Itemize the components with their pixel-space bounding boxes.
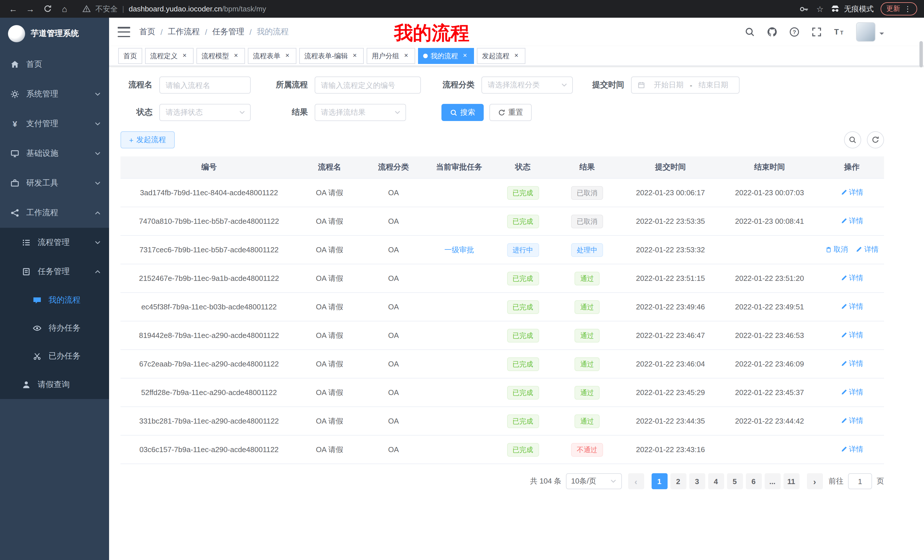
forward-icon[interactable]: → <box>23 1 38 16</box>
home-icon[interactable]: ⌂ <box>57 1 72 16</box>
page-button[interactable]: 1 <box>651 473 667 489</box>
update-button[interactable]: 更新 ⋮ <box>880 2 917 15</box>
breadcrumb-item[interactable]: 我的流程 <box>257 27 289 37</box>
close-icon[interactable]: × <box>351 52 358 60</box>
result-select[interactable]: 请选择流结果 <box>315 104 406 121</box>
page-size-select[interactable]: 10条/页 <box>566 473 622 489</box>
app-logo[interactable]: 芋道管理系统 <box>0 18 109 49</box>
view-tab[interactable]: 用户分组 × <box>367 48 415 64</box>
cancel-link[interactable]: 取消 <box>825 245 848 255</box>
cell-task <box>426 207 493 235</box>
close-icon[interactable]: × <box>512 52 520 60</box>
detail-link[interactable]: 详情 <box>840 416 863 426</box>
search-toggle-button[interactable] <box>844 131 861 148</box>
table-row: 67c2eaab-7b9a-11ec-a290-acde48001122 OA … <box>120 350 884 378</box>
close-icon[interactable]: × <box>180 52 189 60</box>
status-select[interactable]: 请选择状态 <box>159 104 251 121</box>
github-icon[interactable] <box>767 27 777 37</box>
cell-name: OA 请假 <box>297 293 362 321</box>
detail-link[interactable]: 详情 <box>840 273 863 283</box>
page-button[interactable]: 2 <box>670 473 686 489</box>
chevron-down-icon <box>239 109 246 116</box>
close-icon[interactable]: × <box>402 52 410 60</box>
svg-text:T: T <box>834 28 839 36</box>
avatar[interactable] <box>856 22 876 42</box>
sidebar-item-done-tasks[interactable]: 已办任务 <box>0 342 109 370</box>
detail-link[interactable]: 详情 <box>840 388 863 397</box>
page-button[interactable]: 5 <box>727 473 742 489</box>
scrollbar[interactable] <box>920 41 923 67</box>
view-tab[interactable]: 发起流程 × <box>477 48 525 64</box>
goto-page-input[interactable] <box>848 473 872 489</box>
detail-link[interactable]: 详情 <box>840 445 863 454</box>
page-button[interactable]: 6 <box>746 473 762 489</box>
chat-bubble-icon <box>33 295 42 304</box>
create-process-button[interactable]: + 发起流程 <box>120 131 174 148</box>
category-select[interactable]: 请选择流程分类 <box>482 76 573 94</box>
detail-link[interactable]: 详情 <box>840 331 863 340</box>
sidebar-item-task-mgmt[interactable]: 任务管理 <box>0 257 109 286</box>
refresh-table-button[interactable] <box>867 131 884 148</box>
cell-end-time: 2022-01-23 00:07:03 <box>720 178 819 207</box>
browser-menu-icon[interactable]: ⋮ <box>904 4 911 13</box>
bookmark-star-icon[interactable]: ☆ <box>816 4 824 13</box>
page-button[interactable]: 4 <box>708 473 724 489</box>
submit-time-range[interactable]: 开始日期 - 结束日期 <box>631 76 740 94</box>
detail-link[interactable]: 详情 <box>840 188 863 198</box>
cell-end-time: 2022-01-22 23:51:20 <box>720 264 819 293</box>
chevron-up-icon <box>94 268 101 275</box>
sidebar-item-system[interactable]: 系统管理 <box>0 79 109 109</box>
hamburger-icon[interactable] <box>118 27 130 37</box>
sidebar-item-payment[interactable]: ¥ 支付管理 <box>0 109 109 139</box>
user-menu[interactable] <box>856 22 884 42</box>
font-size-icon[interactable]: TT <box>834 27 844 37</box>
page-button[interactable]: ... <box>764 473 780 489</box>
sidebar-item-infra[interactable]: 基础设施 <box>0 139 109 168</box>
cell-ops: 详情 <box>819 407 884 435</box>
view-tab[interactable]: 流程表单-编辑 × <box>299 48 364 64</box>
detail-link[interactable]: 详情 <box>840 302 863 312</box>
sidebar-item-workflow[interactable]: 工作流程 <box>0 198 109 228</box>
end-date-placeholder: 结束日期 <box>693 80 733 90</box>
close-icon[interactable]: × <box>461 52 469 60</box>
sidebar-item-my-process[interactable]: 我的流程 <box>0 286 109 314</box>
page-button[interactable]: 3 <box>689 473 705 489</box>
detail-link[interactable]: 详情 <box>840 216 863 226</box>
task-link[interactable]: 一级审批 <box>444 245 474 254</box>
key-icon[interactable] <box>799 4 810 14</box>
help-icon[interactable]: ? <box>789 27 800 37</box>
view-tab[interactable]: 首页 <box>118 48 142 64</box>
sidebar-item-devtools[interactable]: 研发工具 <box>0 168 109 198</box>
reset-button[interactable]: 重置 <box>489 104 532 121</box>
breadcrumb-item[interactable]: 工作流程 <box>168 27 200 37</box>
breadcrumb-item[interactable]: 首页 <box>140 27 155 37</box>
detail-link[interactable]: 详情 <box>840 359 863 369</box>
back-icon[interactable]: ← <box>6 1 21 16</box>
sidebar-item-process-mgmt[interactable]: 流程管理 <box>0 228 109 257</box>
chevron-down-icon <box>94 180 101 187</box>
prev-page-button[interactable]: ‹ <box>628 473 644 489</box>
sidebar-item-home[interactable]: 首页 <box>0 49 109 79</box>
delete-icon <box>825 246 832 253</box>
close-icon[interactable]: × <box>283 52 291 60</box>
fullscreen-icon[interactable] <box>812 27 822 37</box>
breadcrumb-item[interactable]: 任务管理 <box>213 27 244 37</box>
process-name-input[interactable] <box>159 76 251 94</box>
sidebar-item-todo-tasks[interactable]: 待办任务 <box>0 314 109 342</box>
search-button[interactable]: 搜索 <box>441 104 484 121</box>
sidebar-item-leave-query[interactable]: 请假查询 <box>0 370 109 399</box>
close-icon[interactable]: × <box>232 52 240 60</box>
page-button[interactable]: 11 <box>783 473 799 489</box>
result-tag: 通过 <box>574 300 600 314</box>
view-tab[interactable]: 我的流程 × <box>418 48 474 64</box>
address-bar[interactable]: 不安全 | dashboard.yudao.iocoder.cn/bpm/tas… <box>74 4 797 14</box>
next-page-button[interactable]: › <box>807 473 823 489</box>
view-tab[interactable]: 流程表单 × <box>248 48 296 64</box>
reload-icon[interactable] <box>40 1 55 16</box>
detail-link[interactable]: 详情 <box>856 245 879 255</box>
process-def-input[interactable] <box>315 76 421 94</box>
edit-icon <box>840 332 847 339</box>
search-icon[interactable] <box>745 27 755 37</box>
view-tab[interactable]: 流程定义 × <box>145 48 194 64</box>
view-tab[interactable]: 流程模型 × <box>196 48 245 64</box>
